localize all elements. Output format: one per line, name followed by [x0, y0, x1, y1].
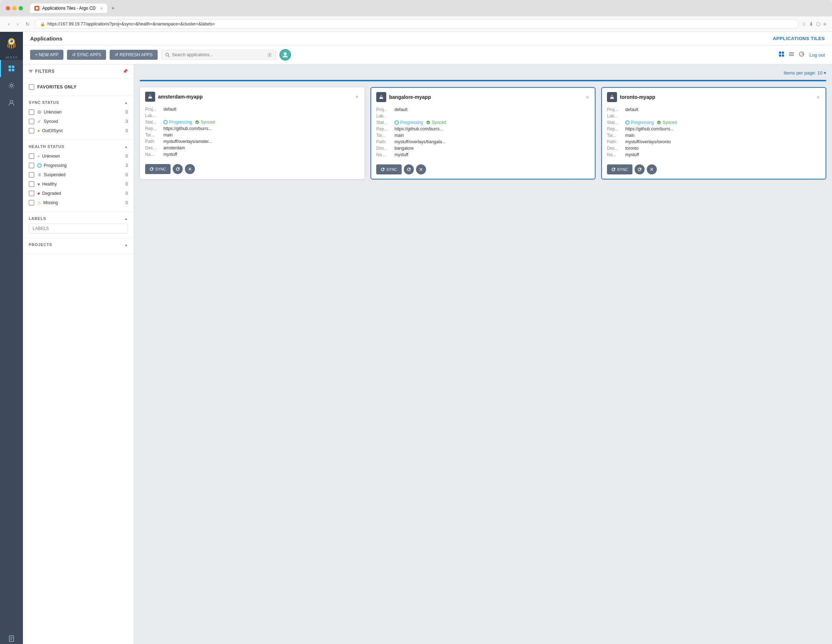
user-avatar[interactable] — [280, 49, 291, 61]
filter-item-health-unknown[interactable]: ● Unknown 0 — [29, 152, 128, 161]
tile-row-proj-bangalore: Proj... default — [376, 106, 590, 113]
tab-close-btn[interactable]: ✕ — [100, 6, 103, 10]
items-per-page[interactable]: Items per page: 10 ▾ — [784, 70, 826, 75]
filter-item-synced[interactable]: ✓ Synced 3 — [29, 117, 128, 126]
tar-key-t: Tar... — [607, 133, 623, 138]
health-unknown-checkbox[interactable] — [29, 153, 34, 159]
outofsync-checkbox[interactable] — [29, 128, 34, 134]
new-tab-btn[interactable]: + — [112, 5, 115, 11]
refresh-icon-bangalore — [407, 167, 411, 171]
refresh-apps-button[interactable]: ↺ REFRESH APPS — [110, 50, 157, 60]
menu-icon[interactable]: ≡ — [823, 21, 826, 27]
app-tile-toronto[interactable]: toronto-myapp ★ Proj... default Lab... — [601, 87, 826, 179]
logout-button[interactable]: Log out — [810, 52, 825, 58]
browser-tab[interactable]: Applications Tiles - Argo CD ✕ — [30, 3, 107, 13]
app-tile-amsterdam[interactable]: amsterdam-myapp ★ Proj... default Lab... — [140, 87, 365, 179]
forward-btn[interactable]: › — [15, 21, 21, 27]
close-window-btn[interactable] — [6, 6, 10, 10]
new-app-button[interactable]: + NEW APP — [30, 50, 63, 60]
filter-item-progressing[interactable]: Progressing 3 — [29, 161, 128, 170]
filter-item-healthy[interactable]: ♥ Healthy 0 — [29, 179, 128, 189]
tile-refresh-btn-toronto[interactable] — [635, 165, 645, 174]
filter-item-degraded[interactable]: ♥ Degraded 0 — [29, 189, 128, 198]
health-status-section: HEALTH STATUS ▲ ● Unknown 0 — [23, 140, 134, 212]
sync-status-section: SYNC STATUS ▲ Unknown 0 — [23, 96, 134, 140]
tile-header-amsterdam: amsterdam-myapp ★ — [140, 87, 365, 105]
filter-item-suspended[interactable]: ⏸ Suspended 0 — [29, 170, 128, 179]
path-key-t: Path: — [607, 139, 623, 144]
tar-val-bangalore: main — [395, 133, 590, 138]
tile-row-rep-toronto: Rep... https://github.com/burrs... — [607, 126, 821, 132]
health-unknown-icon: ● — [37, 153, 40, 159]
filter-item-sync-unknown[interactable]: Unknown 0 — [29, 107, 128, 117]
health-status-collapse-icon[interactable]: ▲ — [124, 145, 128, 149]
chart-view-btn[interactable] — [797, 50, 806, 60]
sidebar-item-settings[interactable] — [0, 77, 23, 94]
tile-row-lab-toronto: Lab... — [607, 113, 821, 119]
projects-collapse-icon[interactable]: ▲ — [124, 243, 128, 247]
list-view-btn[interactable] — [787, 50, 796, 60]
settings-icon — [8, 82, 15, 89]
path-val-amsterdam: mystuff/overlays/amster... — [163, 139, 359, 144]
star-amsterdam[interactable]: ★ — [355, 94, 359, 99]
projects-header[interactable]: PROJECTS ▲ — [29, 243, 128, 247]
download-icon[interactable]: ⬇ — [809, 21, 813, 27]
suspended-checkbox[interactable] — [29, 172, 34, 177]
sidebar-item-docs[interactable] — [0, 630, 23, 644]
filter-item-missing[interactable]: ⚠ Missing 0 — [29, 198, 128, 208]
reload-btn[interactable]: ↻ — [23, 21, 32, 27]
missing-checkbox[interactable] — [29, 200, 34, 206]
tile-sync-btn-bangalore[interactable]: SYNC — [376, 165, 402, 174]
app-tile-bangalore[interactable]: bangalore-myapp ★ Proj... default Lab... — [371, 87, 595, 179]
progressing-checkbox[interactable] — [29, 163, 34, 168]
sidebar-item-applications[interactable] — [0, 60, 23, 77]
sync-status-collapse-icon[interactable]: ▲ — [124, 101, 128, 105]
rep-key: Rep... — [145, 126, 161, 131]
sidebar-item-user[interactable] — [0, 94, 23, 111]
tile-delete-btn-amsterdam[interactable]: ✕ — [185, 164, 195, 174]
tile-refresh-btn-bangalore[interactable] — [404, 165, 414, 174]
pin-icon[interactable]: 📌 — [123, 69, 128, 74]
tile-delete-btn-bangalore[interactable]: ✕ — [416, 165, 426, 174]
health-unknown-count: 0 — [121, 153, 128, 159]
extensions-icon[interactable]: ⬡ — [816, 21, 821, 27]
labels-input[interactable] — [29, 224, 128, 233]
tile-view-btn[interactable] — [777, 50, 786, 60]
tile-sync-btn-toronto[interactable]: SYNC — [607, 165, 632, 174]
labels-header[interactable]: LABELS ▲ — [29, 216, 128, 221]
health-status-header[interactable]: HEALTH STATUS ▲ — [29, 144, 128, 149]
back-btn[interactable]: ‹ — [6, 21, 12, 27]
favorites-only-checkbox[interactable] — [29, 84, 34, 90]
healthy-checkbox[interactable] — [29, 181, 34, 187]
search-input[interactable] — [172, 52, 265, 57]
sync-unknown-checkbox[interactable] — [29, 109, 34, 115]
filter-item-outofsync[interactable]: ● OutOfSync 0 — [29, 126, 128, 136]
degraded-checkbox[interactable] — [29, 190, 34, 196]
minimize-window-btn[interactable] — [12, 6, 16, 10]
tile-delete-btn-toronto[interactable]: ✕ — [647, 165, 657, 174]
maximize-window-btn[interactable] — [19, 6, 23, 10]
star-bangalore[interactable]: ★ — [585, 94, 590, 100]
argo-logo-icon — [5, 37, 18, 50]
tile-sync-btn-amsterdam[interactable]: SYNC — [145, 164, 171, 174]
rep-val-amsterdam: https://github.com/burrs... — [163, 126, 359, 131]
app-name-amsterdam: amsterdam-myapp — [158, 94, 355, 99]
svg-point-28 — [164, 120, 167, 124]
sidebar-logo[interactable] — [0, 32, 23, 55]
tile-row-na-amsterdam: Na... mystuff — [145, 151, 359, 158]
favorites-only-checkbox-row[interactable]: FAVORITES ONLY — [29, 83, 128, 91]
search-bar[interactable]: / — [161, 50, 276, 60]
sync-apps-button[interactable]: ↺ SYNC APPS — [67, 50, 106, 60]
des-key-t: Des... — [607, 146, 623, 151]
star-toronto[interactable]: ★ — [816, 94, 821, 100]
synced-checkbox[interactable] — [29, 118, 34, 124]
address-bar[interactable]: 🔒 https://167.99.19.77/applications?proj… — [35, 19, 798, 29]
filter-header: FILTERS 📌 — [23, 64, 134, 78]
tiles-grid: amsterdam-myapp ★ Proj... default Lab... — [140, 87, 826, 179]
svg-point-31 — [395, 121, 398, 124]
bookmark-icon[interactable]: ☆ — [802, 21, 806, 27]
tile-refresh-btn-amsterdam[interactable] — [173, 164, 183, 174]
labels-collapse-icon[interactable]: ▲ — [124, 217, 128, 221]
tile-row-des-toronto: Des... toronto — [607, 145, 821, 152]
sync-status-header[interactable]: SYNC STATUS ▲ — [29, 100, 128, 105]
